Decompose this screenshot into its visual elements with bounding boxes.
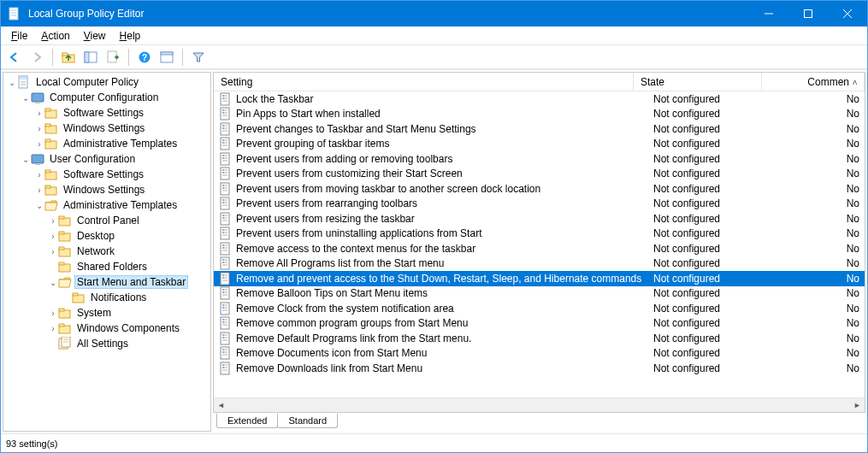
policy-icon <box>219 332 233 345</box>
chevron-right-icon[interactable]: › <box>34 109 44 118</box>
tree-item-startmenu[interactable]: ⌄Start Menu and Taskbar <box>3 274 210 290</box>
up-button[interactable] <box>58 47 79 68</box>
policy-list[interactable]: Lock the TaskbarNot configuredNoPin Apps… <box>214 91 865 397</box>
chevron-right-icon[interactable]: › <box>48 216 58 226</box>
minimize-button[interactable] <box>749 1 788 26</box>
list-item[interactable]: Remove Default Programs link from the St… <box>214 331 865 346</box>
tree-item-network[interactable]: ›Network <box>3 244 210 259</box>
list-item[interactable]: Pin Apps to Start when installedNot conf… <box>214 107 865 122</box>
list-item[interactable]: Remove All Programs list from the Start … <box>214 256 865 272</box>
svg-rect-95 <box>221 197 229 209</box>
list-item[interactable]: Remove access to the context menus for t… <box>214 241 865 256</box>
svg-point-94 <box>222 187 224 189</box>
list-item[interactable]: Prevent users from resizing the taskbarN… <box>214 211 865 226</box>
properties-button[interactable] <box>156 47 177 68</box>
list-item[interactable]: Remove Balloon Tips on Start Menu itemsN… <box>214 286 865 302</box>
maximize-button[interactable] <box>788 1 828 26</box>
chevron-right-icon[interactable]: › <box>34 170 44 179</box>
chevron-down-icon[interactable]: ⌄ <box>48 278 58 287</box>
menu-view[interactable]: View <box>77 28 113 44</box>
app-icon <box>8 7 21 21</box>
tree-item-comp_admin[interactable]: ›Administrative Templates <box>3 136 210 151</box>
list-item[interactable]: Remove Clock from the system notificatio… <box>214 301 865 316</box>
svg-rect-44 <box>73 293 78 296</box>
policy-comment: No <box>775 362 865 374</box>
chevron-right-icon[interactable]: › <box>48 324 58 333</box>
chevron-down-icon[interactable]: ⌄ <box>34 201 44 210</box>
policy-icon <box>219 226 233 240</box>
policy-icon <box>219 152 233 166</box>
folder-icon <box>58 244 72 258</box>
list-item[interactable]: Prevent users from adding or removing to… <box>214 151 865 167</box>
chevron-right-icon[interactable]: › <box>34 139 44 149</box>
tree-item-cp[interactable]: ›Control Panel <box>3 213 210 228</box>
chevron-down-icon[interactable]: ⌄ <box>7 78 17 87</box>
list-item[interactable]: Prevent users from uninstalling applicat… <box>214 226 865 242</box>
list-item[interactable]: Remove and prevent access to the Shut Do… <box>214 271 865 286</box>
list-item[interactable]: Prevent changes to Taskbar and Start Men… <box>214 121 865 137</box>
tree-item-root[interactable]: ⌄Local Computer Policy <box>3 74 210 90</box>
close-button[interactable] <box>828 1 867 26</box>
policy-name: Prevent grouping of taskbar items <box>236 138 389 150</box>
menu-action[interactable]: Action <box>34 28 76 44</box>
folder-icon <box>58 260 72 274</box>
help-button[interactable]: ? <box>134 47 155 68</box>
scroll-left-icon[interactable]: ◄ <box>214 398 228 413</box>
tree-item-system[interactable]: ›System <box>3 305 210 321</box>
svg-rect-59 <box>221 108 229 120</box>
tree-item-comp_soft[interactable]: ›Software Settings <box>3 105 210 121</box>
tree-item-allsettings[interactable]: All Settings <box>3 336 210 351</box>
list-item[interactable]: Prevent grouping of taskbar itemsNot con… <box>214 137 865 152</box>
back-button[interactable] <box>4 47 25 68</box>
list-item[interactable]: Prevent users from moving taskbar to ano… <box>214 181 865 197</box>
tree-item-comp_conf[interactable]: ⌄Computer Configuration <box>3 90 210 105</box>
scroll-right-icon[interactable]: ► <box>850 398 865 413</box>
list-item[interactable]: Remove Downloads link from Start MenuNot… <box>214 361 865 376</box>
nav-tree[interactable]: ⌄Local Computer Policy⌄Computer Configur… <box>3 72 211 432</box>
tree-item-user_conf[interactable]: ⌄User Configuration <box>3 151 210 167</box>
svg-point-123 <box>222 259 224 261</box>
chevron-right-icon[interactable]: › <box>48 247 58 256</box>
svg-point-106 <box>222 217 224 219</box>
menu-file[interactable]: Filedocument.currentScript.previousEleme… <box>4 28 34 44</box>
list-item[interactable]: Prevent users from rearranging toolbarsN… <box>214 197 865 212</box>
tree-item-shared[interactable]: Shared Folders <box>3 259 210 274</box>
tree-item-comp_win[interactable]: ›Windows Settings <box>3 121 210 136</box>
list-item[interactable]: Remove common program groups from Start … <box>214 316 865 332</box>
chevron-right-icon[interactable]: › <box>34 185 44 195</box>
tab-extended[interactable]: Extended <box>216 414 278 428</box>
list-item[interactable]: Lock the TaskbarNot configuredNo <box>214 91 865 107</box>
col-comment[interactable]: Commenʌ <box>762 73 865 91</box>
tree-item-user_admin[interactable]: ⌄Administrative Templates <box>3 197 210 213</box>
policy-state: Not configured <box>647 123 775 135</box>
tree-item-desktop[interactable]: ›Desktop <box>3 228 210 244</box>
policy-name: Prevent users from adding or removing to… <box>236 153 452 165</box>
svg-rect-161 <box>221 362 229 374</box>
tree-item-user_win[interactable]: ›Windows Settings <box>3 182 210 197</box>
chevron-right-icon[interactable]: › <box>48 309 58 318</box>
chevron-down-icon[interactable]: ⌄ <box>21 93 31 103</box>
col-state[interactable]: State <box>634 73 762 91</box>
export-list-button[interactable] <box>103 47 123 68</box>
svg-rect-32 <box>45 170 50 173</box>
chevron-right-icon[interactable]: › <box>34 124 44 133</box>
tab-standard[interactable]: Standard <box>277 414 338 428</box>
col-setting[interactable]: Setting <box>214 73 634 91</box>
show-hide-tree-button[interactable] <box>80 47 101 68</box>
chevron-right-icon[interactable]: › <box>48 232 58 241</box>
list-item[interactable]: Remove Documents icon from Start MenuNot… <box>214 346 865 362</box>
policy-icon <box>219 302 233 315</box>
svg-rect-26 <box>45 124 50 126</box>
filter-button[interactable] <box>188 47 209 68</box>
forward-button[interactable] <box>27 47 47 68</box>
policy-comment: No <box>775 197 865 209</box>
tree-item-user_soft[interactable]: ›Software Settings <box>3 167 210 182</box>
menu-help[interactable]: Help <box>113 28 148 44</box>
list-item[interactable]: Prevent users from customizing their Sta… <box>214 167 865 182</box>
horizontal-scrollbar[interactable]: ◄ ► <box>214 397 865 412</box>
chevron-down-icon[interactable]: ⌄ <box>21 155 31 164</box>
policy-name: Prevent users from uninstalling applicat… <box>236 227 481 239</box>
tree-item-wincomp[interactable]: ›Windows Components <box>3 321 210 336</box>
policy-comment: No <box>775 213 865 225</box>
tree-item-notifications[interactable]: Notifications <box>3 290 210 305</box>
